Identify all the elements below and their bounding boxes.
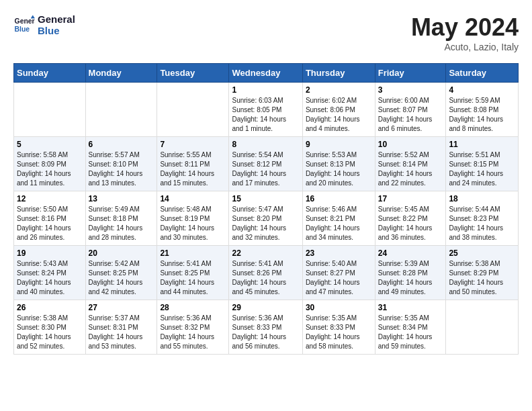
day-number: 5 [17, 140, 83, 149]
day-number: 11 [449, 140, 515, 149]
calendar-week-row: 12Sunrise: 5:50 AM Sunset: 8:16 PM Dayli… [14, 191, 519, 246]
calendar-cell: 19Sunrise: 5:43 AM Sunset: 8:24 PM Dayli… [14, 246, 86, 300]
calendar-cell: 29Sunrise: 5:36 AM Sunset: 8:33 PM Dayli… [229, 300, 302, 355]
day-number: 23 [306, 248, 372, 258]
calendar-cell: 4Sunrise: 5:59 AM Sunset: 8:08 PM Daylig… [446, 83, 519, 137]
day-number: 9 [306, 140, 372, 149]
day-info: Sunrise: 5:45 AM Sunset: 8:22 PM Dayligh… [378, 205, 443, 242]
day-info: Sunrise: 5:42 AM Sunset: 8:25 PM Dayligh… [89, 259, 154, 297]
calendar-cell: 14Sunrise: 5:48 AM Sunset: 8:19 PM Dayli… [157, 191, 229, 246]
calendar-cell: 31Sunrise: 5:35 AM Sunset: 8:34 PM Dayli… [375, 300, 446, 355]
day-number: 4 [449, 85, 515, 95]
calendar-cell: 25Sunrise: 5:38 AM Sunset: 8:29 PM Dayli… [446, 246, 519, 300]
calendar-cell: 6Sunrise: 5:57 AM Sunset: 8:10 PM Daylig… [85, 137, 157, 191]
weekday-header: Tuesday [157, 64, 229, 83]
weekday-header: Monday [85, 64, 157, 83]
day-info: Sunrise: 5:40 AM Sunset: 8:27 PM Dayligh… [306, 259, 372, 297]
day-info: Sunrise: 5:55 AM Sunset: 8:11 PM Dayligh… [160, 150, 226, 188]
day-number: 24 [378, 248, 443, 258]
day-info: Sunrise: 5:41 AM Sunset: 8:25 PM Dayligh… [160, 259, 226, 297]
calendar-cell: 16Sunrise: 5:46 AM Sunset: 8:21 PM Dayli… [302, 191, 375, 246]
day-number: 6 [89, 140, 154, 149]
day-number: 16 [306, 194, 372, 203]
logo-icon: General Blue [13, 14, 35, 36]
day-number: 14 [160, 194, 226, 203]
day-info: Sunrise: 5:37 AM Sunset: 8:31 PM Dayligh… [89, 314, 154, 351]
day-info: Sunrise: 5:49 AM Sunset: 8:18 PM Dayligh… [89, 205, 154, 242]
calendar-cell: 22Sunrise: 5:41 AM Sunset: 8:26 PM Dayli… [229, 246, 302, 300]
weekday-header: Saturday [446, 64, 519, 83]
day-info: Sunrise: 5:38 AM Sunset: 8:29 PM Dayligh… [449, 259, 515, 297]
day-number: 26 [17, 303, 83, 312]
calendar-week-row: 1Sunrise: 6:03 AM Sunset: 8:05 PM Daylig… [14, 83, 519, 137]
day-number: 10 [378, 140, 443, 149]
day-number: 7 [160, 140, 226, 149]
calendar-cell: 3Sunrise: 6:00 AM Sunset: 8:07 PM Daylig… [375, 83, 446, 137]
calendar-cell: 5Sunrise: 5:58 AM Sunset: 8:09 PM Daylig… [14, 137, 86, 191]
day-number: 17 [378, 194, 443, 203]
calendar-cell: 28Sunrise: 5:36 AM Sunset: 8:32 PM Dayli… [157, 300, 229, 355]
svg-text:General: General [15, 17, 35, 25]
day-number: 29 [232, 303, 299, 312]
calendar-cell: 11Sunrise: 5:51 AM Sunset: 8:15 PM Dayli… [446, 137, 519, 191]
day-info: Sunrise: 5:43 AM Sunset: 8:24 PM Dayligh… [17, 259, 83, 297]
day-number: 8 [232, 140, 299, 149]
day-number: 28 [160, 303, 226, 312]
weekday-header: Wednesday [229, 64, 302, 83]
weekday-header: Sunday [14, 64, 86, 83]
svg-marker-2 [31, 15, 35, 19]
day-number: 12 [17, 194, 83, 203]
calendar-cell: 9Sunrise: 5:53 AM Sunset: 8:13 PM Daylig… [302, 137, 375, 191]
logo-general: General [38, 13, 75, 25]
day-number: 2 [306, 85, 372, 95]
day-number: 3 [378, 85, 443, 95]
day-info: Sunrise: 5:36 AM Sunset: 8:33 PM Dayligh… [232, 314, 299, 351]
logo: General Blue General Blue [13, 13, 75, 36]
calendar-cell: 2Sunrise: 6:02 AM Sunset: 8:06 PM Daylig… [302, 83, 375, 137]
day-info: Sunrise: 5:52 AM Sunset: 8:14 PM Dayligh… [378, 150, 443, 188]
day-number: 22 [232, 248, 299, 258]
calendar-week-row: 19Sunrise: 5:43 AM Sunset: 8:24 PM Dayli… [14, 246, 519, 300]
calendar-cell: 7Sunrise: 5:55 AM Sunset: 8:11 PM Daylig… [157, 137, 229, 191]
day-info: Sunrise: 5:53 AM Sunset: 8:13 PM Dayligh… [306, 150, 372, 188]
day-info: Sunrise: 5:38 AM Sunset: 8:30 PM Dayligh… [17, 314, 83, 351]
calendar-cell [446, 300, 519, 355]
day-number: 18 [449, 194, 515, 203]
calendar-cell [14, 83, 86, 137]
day-info: Sunrise: 6:03 AM Sunset: 8:05 PM Dayligh… [232, 96, 299, 134]
day-info: Sunrise: 5:44 AM Sunset: 8:23 PM Dayligh… [449, 205, 515, 242]
calendar-cell: 13Sunrise: 5:49 AM Sunset: 8:18 PM Dayli… [85, 191, 157, 246]
day-info: Sunrise: 5:50 AM Sunset: 8:16 PM Dayligh… [17, 205, 83, 242]
day-info: Sunrise: 5:48 AM Sunset: 8:19 PM Dayligh… [160, 205, 226, 242]
day-number: 25 [449, 248, 515, 258]
day-info: Sunrise: 5:46 AM Sunset: 8:21 PM Dayligh… [306, 205, 372, 242]
calendar-cell [157, 83, 229, 137]
day-info: Sunrise: 5:54 AM Sunset: 8:12 PM Dayligh… [232, 150, 299, 188]
weekday-header: Thursday [302, 64, 375, 83]
day-info: Sunrise: 5:47 AM Sunset: 8:20 PM Dayligh… [232, 205, 299, 242]
day-info: Sunrise: 5:51 AM Sunset: 8:15 PM Dayligh… [449, 150, 515, 188]
calendar-cell: 12Sunrise: 5:50 AM Sunset: 8:16 PM Dayli… [14, 191, 86, 246]
day-number: 1 [232, 85, 299, 95]
calendar-cell: 21Sunrise: 5:41 AM Sunset: 8:25 PM Dayli… [157, 246, 229, 300]
day-number: 15 [232, 194, 299, 203]
calendar-cell: 1Sunrise: 6:03 AM Sunset: 8:05 PM Daylig… [229, 83, 302, 137]
day-info: Sunrise: 6:00 AM Sunset: 8:07 PM Dayligh… [378, 96, 443, 134]
day-number: 21 [160, 248, 226, 258]
day-number: 13 [89, 194, 154, 203]
month-title: May 2024 [411, 13, 519, 42]
day-info: Sunrise: 5:58 AM Sunset: 8:09 PM Dayligh… [17, 150, 83, 188]
calendar-cell: 24Sunrise: 5:39 AM Sunset: 8:28 PM Dayli… [375, 246, 446, 300]
calendar-cell [85, 83, 157, 137]
calendar-week-row: 5Sunrise: 5:58 AM Sunset: 8:09 PM Daylig… [14, 137, 519, 191]
day-info: Sunrise: 5:36 AM Sunset: 8:32 PM Dayligh… [160, 314, 226, 351]
day-info: Sunrise: 5:41 AM Sunset: 8:26 PM Dayligh… [232, 259, 299, 297]
title-block: May 2024 Acuto, Lazio, Italy [411, 13, 519, 52]
weekday-header: Friday [375, 64, 446, 83]
svg-text:Blue: Blue [15, 26, 30, 33]
calendar-cell: 15Sunrise: 5:47 AM Sunset: 8:20 PM Dayli… [229, 191, 302, 246]
calendar-cell: 17Sunrise: 5:45 AM Sunset: 8:22 PM Dayli… [375, 191, 446, 246]
calendar-cell: 20Sunrise: 5:42 AM Sunset: 8:25 PM Dayli… [85, 246, 157, 300]
calendar-cell: 30Sunrise: 5:35 AM Sunset: 8:33 PM Dayli… [302, 300, 375, 355]
calendar-week-row: 26Sunrise: 5:38 AM Sunset: 8:30 PM Dayli… [14, 300, 519, 355]
